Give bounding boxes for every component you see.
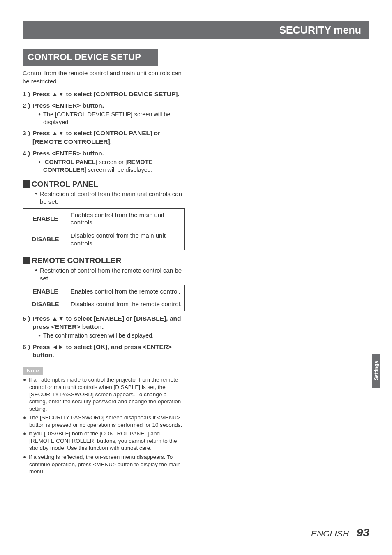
subsection-text: Restriction of control from the main uni…: [40, 190, 185, 206]
step-sub-text: The [CONTROL DEVICE SETUP] screen will b…: [43, 111, 185, 126]
bullet-icon: ●: [38, 111, 43, 118]
subsection-text: Restriction of control from the remote c…: [40, 266, 185, 282]
table-row: DISABLE Disables control from the main u…: [23, 229, 185, 250]
note-label: Note: [23, 367, 43, 375]
opt-key: ENABLE: [23, 208, 68, 229]
step-text: Press ▲▼ to select [CONTROL DEVICE SETUP…: [32, 90, 180, 98]
table-row: ENABLE Enables control from the main uni…: [23, 208, 185, 229]
opt-key: DISABLE: [23, 229, 68, 250]
step-number: 1 ): [23, 90, 32, 98]
square-marker-icon: [23, 180, 30, 188]
right-column: [197, 49, 369, 539]
step-number: 3 ): [23, 129, 32, 146]
step-5: 5 ) Press ▲▼ to select [ENABLE] or [DISA…: [23, 314, 185, 340]
opt-val: Disables control from the main unit cont…: [68, 229, 185, 250]
opt-key: ENABLE: [23, 285, 68, 298]
note-item: ●The [SECURITY PASSWORD] screen disappea…: [23, 414, 185, 428]
step-text: Press <ENTER> button.: [32, 149, 104, 157]
step-number: 6 ): [23, 343, 32, 359]
step-3: 3 ) Press ▲▼ to select [CONTROL PANEL] o…: [23, 129, 185, 146]
opt-val: Disables control from the remote control…: [68, 298, 185, 311]
note-item: ●If you [DISABLE] both of the [CONTROL P…: [23, 430, 185, 452]
note-item: ●If a setting is reflected, the on-scree…: [23, 453, 185, 475]
step-6: 6 ) Press ◄► to select [OK], and press <…: [23, 343, 185, 359]
header-band: SECURITY menu: [23, 21, 369, 39]
step-sub-text: The confirmation screen will be displaye…: [43, 332, 154, 340]
step-text: Press ▲▼ to select [ENABLE] or [DISABLE]…: [32, 314, 185, 331]
step-sub-text: [CONTROL PANEL] screen or [REMOTE CONTRO…: [43, 158, 185, 174]
left-column: CONTROL DEVICE SETUP Control from the re…: [23, 49, 185, 539]
square-marker-icon: [23, 257, 30, 264]
subsection-control-panel: CONTROL PANEL ● Restriction of control f…: [23, 180, 185, 206]
step-4: 4 ) Press <ENTER> button. ● [CONTROL PAN…: [23, 149, 185, 174]
table-row: DISABLE Disables control from the remote…: [23, 298, 185, 311]
opt-key: DISABLE: [23, 298, 68, 311]
bullet-icon: ●: [35, 190, 40, 206]
subsection-title: CONTROL PANEL: [32, 180, 98, 189]
side-tab-settings: Settings: [372, 354, 380, 388]
step-number: 5 ): [23, 314, 32, 331]
step-number: 4 ): [23, 149, 32, 157]
step-text: Press <ENTER> button.: [32, 102, 104, 110]
step-1: 1 ) Press ▲▼ to select [CONTROL DEVICE S…: [23, 90, 185, 98]
opt-val: Enables control from the main unit contr…: [68, 208, 185, 229]
intro-text: Control from the remote control and main…: [23, 69, 185, 86]
subsection-remote-controller: REMOTE CONTROLLER ● Restriction of contr…: [23, 256, 185, 282]
subsection-title: REMOTE CONTROLLER: [32, 256, 122, 265]
page-footer: ENGLISH - 93: [311, 526, 369, 539]
note-item: ●If an attempt is made to control the pr…: [23, 376, 185, 412]
step-2: 2 ) Press <ENTER> button. ● The [CONTROL…: [23, 102, 185, 126]
step-text: Press ◄► to select [OK], and press <ENTE…: [32, 343, 185, 359]
control-panel-table: ENABLE Enables control from the main uni…: [23, 208, 185, 250]
bullet-icon: ●: [38, 332, 43, 339]
footer-lang: ENGLISH -: [311, 529, 357, 538]
bullet-icon: ●: [35, 266, 40, 282]
page-number: 93: [357, 526, 369, 539]
bullet-icon: ●: [38, 158, 43, 166]
page-header-title: SECURITY menu: [279, 24, 361, 36]
opt-val: Enables control from the remote control.: [68, 285, 185, 298]
remote-controller-table: ENABLE Enables control from the remote c…: [23, 285, 185, 312]
table-row: ENABLE Enables control from the remote c…: [23, 285, 185, 298]
step-text: Press ▲▼ to select [CONTROL PANEL] or [R…: [32, 129, 185, 146]
step-number: 2 ): [23, 102, 32, 110]
section-title: CONTROL DEVICE SETUP: [23, 49, 158, 66]
